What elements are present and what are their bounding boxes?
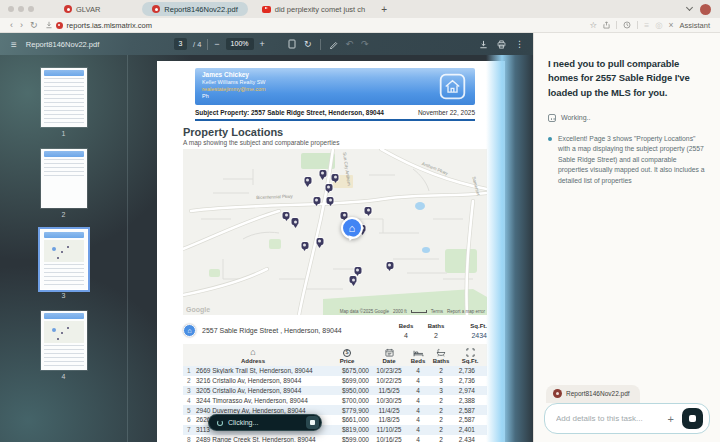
working-icon	[548, 114, 556, 122]
spinner-icon	[217, 420, 223, 426]
cell-date: 10/30/25	[371, 397, 407, 404]
window-close-icon[interactable]	[8, 6, 14, 12]
download-icon[interactable]	[479, 40, 488, 49]
share-icon[interactable]	[603, 21, 610, 29]
subject-address: 2557 Sable Ridge Street , Henderson, 890…	[202, 327, 342, 334]
thumbnail-page-number: 3	[62, 292, 66, 299]
extensions-icon[interactable]	[623, 21, 631, 29]
comparable-pin-icon	[354, 267, 361, 274]
thumb-text-lines	[44, 159, 84, 177]
agent-email: realestatejimmy@me.com	[202, 86, 468, 92]
pdf-body: 1234 James Chickey Keller Williams Realt…	[0, 55, 533, 442]
thumbnail-page-2[interactable]: 2	[41, 149, 87, 218]
url-bar: ‹ › ↻ reports.ias.mlsmatrix.com ☆ ≡ ◎ × …	[0, 18, 720, 33]
tabs: GLVARReport8146Nov22.pdfdid perplexity c…	[56, 0, 373, 18]
thumbnail-page-3[interactable]: 3	[41, 230, 87, 299]
report-date: November 22, 2025	[418, 109, 475, 116]
redo-icon[interactable]: ↷	[361, 39, 369, 49]
download-page-icon[interactable]	[45, 21, 53, 29]
thumb-header-bar	[44, 313, 84, 319]
header-address: ⌂ Address	[183, 348, 323, 364]
cell-address: 23216 Cristallo Av, Henderson, 89044	[183, 377, 323, 384]
address-text: 2940 Duverney Av, Henderson, 89044	[196, 407, 306, 414]
agent-banner: James Chickey Keller Williams Realty SW …	[195, 68, 475, 105]
rotate-icon[interactable]: ↻	[304, 39, 312, 49]
stop-send-button[interactable]	[682, 408, 703, 429]
table-row: 43244 Timorasso Av, Henderson, 89044$700…	[183, 395, 487, 405]
reading-list-icon[interactable]: ≡	[644, 21, 649, 30]
annotate-pen-icon[interactable]	[329, 40, 338, 49]
cell-baths: 2	[429, 367, 453, 374]
tab-did-perplexity-comet-just-ch[interactable]: did perplexity comet just ch	[254, 0, 373, 18]
cell-price: $950,000	[323, 387, 371, 394]
thumbnail-page-number: 2	[62, 211, 66, 218]
attachment-chip[interactable]: Report8146Nov22.pdf	[546, 385, 640, 403]
back-icon[interactable]: ‹	[10, 21, 13, 30]
tab-glvar[interactable]: GLVAR	[56, 0, 108, 18]
window-zoom-icon[interactable]	[28, 6, 34, 12]
cell-address: 12669 Skylark Trail St, Henderson, 89044	[183, 367, 323, 374]
header-label: Address	[241, 358, 265, 364]
comparable-pin-icon	[325, 184, 332, 191]
new-tab-button[interactable]: +	[381, 4, 387, 15]
print-icon[interactable]	[497, 40, 506, 49]
bookmark-star-icon[interactable]: ☆	[590, 21, 598, 30]
working-status-text: Working..	[561, 114, 590, 121]
bullet-dot-icon	[548, 137, 552, 141]
youtube-icon	[262, 6, 271, 13]
thumb-header-bar	[44, 70, 84, 76]
assistant-toggle-label[interactable]: Assistant	[680, 21, 710, 30]
price-icon: $	[343, 348, 351, 357]
address-text: 3216 Cristallo Av, Henderson, 89044	[196, 377, 301, 384]
row-number: 3	[187, 387, 196, 394]
reload-icon[interactable]: ↻	[30, 21, 38, 30]
zoom-in-button[interactable]: +	[260, 39, 265, 49]
pdf-viewer: ≡ Report8146Nov22.pdf 3 / 4 − 100% + ↻	[0, 33, 533, 442]
comparable-pin-icon	[304, 177, 311, 184]
cell-beds: 4	[407, 407, 429, 414]
subject-property-line: Subject Property: 2557 Sable Ridge Stree…	[195, 109, 384, 116]
stop-icon	[689, 415, 696, 422]
attachment-file-icon	[553, 389, 562, 398]
thumbnail-preview	[41, 311, 87, 370]
thumb-map-region	[44, 240, 84, 262]
divider	[637, 21, 638, 29]
media-controls-icon[interactable]: ◎	[655, 21, 662, 30]
thumbnail-page-1[interactable]: 1	[41, 68, 87, 137]
window-minimize-icon[interactable]	[18, 6, 24, 12]
zoom-level[interactable]: 100%	[226, 38, 254, 50]
red-circle-icon	[152, 5, 160, 13]
comparable-pin-icon	[301, 242, 308, 249]
page-number-input[interactable]: 3	[174, 38, 187, 50]
task-input[interactable]	[556, 414, 664, 423]
tab-report8146nov22-pdf[interactable]: Report8146Nov22.pdf	[142, 2, 247, 16]
table-row: 82489 Range Creek St, Henderson, 89044$5…	[183, 435, 487, 442]
cell-baths: 2	[429, 407, 453, 414]
site-favicon	[56, 22, 63, 29]
cell-date: 11/4/25	[371, 407, 407, 414]
cell-price: $661,000	[323, 416, 371, 423]
menu-icon[interactable]: ≡	[11, 39, 17, 50]
more-options-icon[interactable]: ⋮	[515, 39, 524, 49]
header-date: Date	[371, 348, 407, 364]
cell-price: $599,000	[323, 436, 371, 442]
fit-page-icon[interactable]	[288, 39, 296, 49]
thumbnail-page-4[interactable]: 4	[41, 311, 87, 380]
forward-icon[interactable]: ›	[20, 21, 23, 30]
address-text: 3244 Timorasso Av, Henderson, 89044	[196, 397, 308, 404]
undo-icon[interactable]: ↶	[346, 39, 354, 49]
baths-column: Baths 2	[421, 323, 451, 339]
profile-avatar[interactable]	[700, 4, 711, 15]
zoom-out-button[interactable]: −	[214, 39, 219, 49]
add-attachment-button[interactable]: +	[668, 413, 674, 425]
url-text[interactable]: reports.ias.mlsmatrix.com	[67, 21, 152, 30]
cell-baths: 3	[429, 377, 453, 384]
toolbar-left: ≡ Report8146Nov22.pdf	[11, 33, 99, 55]
cell-beds: 4	[407, 416, 429, 423]
agent-phone: Ph	[202, 93, 468, 99]
stop-agent-button[interactable]	[306, 416, 319, 429]
property-map[interactable]: Bicentennial PkwySun City AnthemAnthem P…	[183, 149, 487, 315]
close-assistant-icon[interactable]: ×	[669, 21, 674, 30]
chevron-down-icon[interactable]	[686, 4, 693, 11]
thumb-text-lines	[44, 78, 84, 124]
